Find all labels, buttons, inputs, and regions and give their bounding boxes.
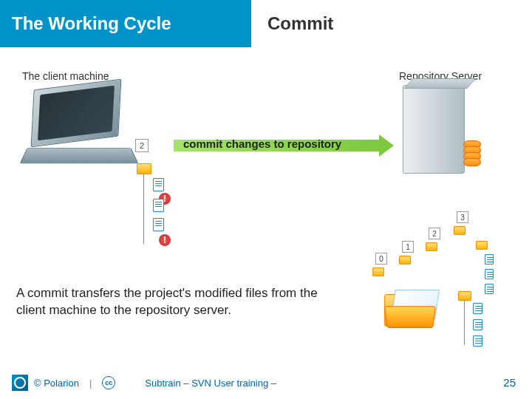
slide-header: The Working Cycle Commit (0, 0, 532, 47)
title-right: Commit (251, 0, 333, 47)
server-icon (403, 85, 477, 188)
page-number: 25 (503, 376, 516, 389)
rev-badge: 2 (429, 228, 440, 239)
client-label: The client machine (22, 70, 109, 82)
client-file-tree: ! ! (137, 163, 181, 252)
polarion-logo (12, 375, 28, 391)
rev-badge: 3 (457, 211, 468, 223)
rev-badge: 1 (402, 241, 414, 253)
rev-badge: 0 (375, 253, 387, 265)
cc-icon: cc (102, 376, 115, 389)
copyright: © Polarion (34, 378, 79, 389)
footer-mid: Subtrain – SVN User training – (145, 378, 276, 389)
open-folder-icon (384, 290, 439, 328)
laptop-icon (13, 83, 146, 171)
server-file-tree (458, 291, 471, 301)
client-revision-badge: 2 (135, 139, 149, 152)
modified-icon: ! (159, 234, 171, 246)
arrow-label: commit changes to repository (183, 137, 341, 150)
footer: © Polarion | cc Subtrain – SVN User trai… (0, 366, 532, 399)
title-left: The Working Cycle (0, 0, 251, 47)
caption-text: A commit transfers the project's modifie… (16, 285, 341, 319)
